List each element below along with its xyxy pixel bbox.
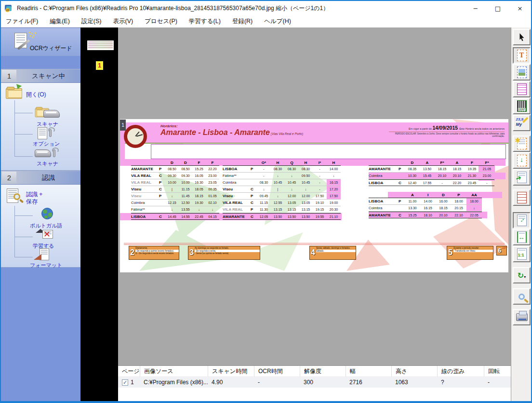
sidebar-item-scanner-2[interactable]: スキャナ (37, 160, 58, 167)
col-ocr-time[interactable]: OCR時間 (254, 366, 300, 377)
time-cell: 16.15 (420, 206, 436, 210)
time-cell: 19.10 (313, 201, 327, 204)
menu-register[interactable]: 登録(R) (232, 17, 253, 26)
time-cell: 20.10 (450, 174, 465, 177)
column-letter: F* (435, 161, 450, 165)
time-cell: 18.00 (466, 200, 482, 203)
col-width[interactable]: 幅 (346, 366, 391, 377)
menu-file[interactable]: ファイル(F) (6, 17, 38, 26)
time-cell: - (479, 181, 494, 185)
time-cell: 12.00 (299, 194, 313, 198)
time-cell: 18.15 (435, 167, 450, 171)
time-cell: ↓ (165, 194, 179, 198)
column-letter: F* (479, 161, 494, 165)
col-page[interactable]: ページ (118, 366, 140, 377)
column-letter: D (179, 161, 192, 165)
column-letter: F (206, 161, 219, 165)
time-cell: 17.50 (327, 194, 341, 198)
pc-flag: P (251, 194, 257, 198)
time-cell: 17.50 (313, 194, 327, 198)
time-cell: 19.35 (465, 167, 479, 171)
column-letter: F (465, 161, 479, 165)
timetable-row: Fátima**-↓↓09.50-↓ (223, 173, 341, 179)
image-zone-tool[interactable] (513, 64, 531, 81)
sidebar-item-format[interactable]: フォーマット (30, 262, 62, 269)
ocr-wizard-button[interactable]: OCRウィザード (1, 28, 80, 56)
section-recognize-header[interactable]: 2 認識 (1, 171, 80, 185)
menu-learn[interactable]: 学習する(L) (189, 17, 221, 26)
scanned-page[interactable]: 1Horários:Amarante - Lisboa - Amarante (… (120, 119, 508, 272)
time-cell: ↓ (299, 188, 313, 191)
time-cell: 20.30 (327, 208, 341, 211)
menu-view[interactable]: 表示(V) (113, 17, 133, 26)
time-cell: 17.20 (327, 188, 341, 191)
timetable-row: Fátima**↓13.55↓↓ (131, 206, 219, 213)
time-cell: 19.55 (313, 215, 327, 218)
timetable-row: DDFF (131, 160, 219, 166)
legend-box-5: 5Durante o período escolar.- Transbordo … (447, 246, 493, 260)
barcode-zone-tool[interactable]: 23397 (513, 98, 531, 114)
section-scan-header[interactable]: 1 スキャン中 (1, 69, 80, 83)
cell-rotation: - (484, 377, 511, 388)
col-scan-time[interactable]: スキャン時間 (208, 366, 254, 377)
legend-text: LST 02 (502, 246, 507, 255)
period-note: PERÍODO ESCOLAR: Setembro a Junho. Deve … (389, 132, 505, 137)
column-letter: H (327, 161, 341, 165)
minimize-button[interactable]: − (465, 1, 487, 15)
sidebar-item-options[interactable]: オプション (33, 140, 60, 148)
page-analysis-tool[interactable]: ✱ (513, 135, 531, 152)
col-skew[interactable]: 線の歪み (437, 366, 484, 377)
pc-flag: C (399, 181, 405, 185)
sidebar-item-scanner-1[interactable]: スキャナ (37, 121, 58, 128)
menu-process[interactable]: プロセス(P) (145, 17, 177, 26)
table-row[interactable]: ✓1 C:¥Program Files (x86)... 4.90 - 300 … (118, 377, 511, 388)
time-cell: 14.00 (420, 200, 436, 203)
col-image-source[interactable]: 画像ソース (140, 366, 208, 377)
recognize-save-button-2[interactable]: 保存 (26, 198, 38, 206)
pc-flag: P (399, 167, 405, 171)
time-cell: 22.45 (192, 215, 206, 218)
scanner-icon (43, 110, 60, 118)
time-cell: 08.35 (405, 167, 420, 171)
open-button[interactable]: 開く(O) (26, 91, 46, 99)
document-area: 1Horários:Amarante - Lisboa - Amarante (… (118, 27, 511, 403)
fit-page-button[interactable]: ↔ (513, 212, 531, 228)
maximize-button[interactable]: □ (487, 1, 509, 15)
send-zone-tool[interactable]: ➔ (513, 169, 531, 186)
time-cell: 23.45 (465, 181, 479, 185)
time-cell: - (435, 181, 450, 185)
col-resolution[interactable]: 解像度 (300, 366, 346, 377)
zone-grid-tool[interactable] (513, 189, 531, 206)
time-cell: 13.15 (271, 208, 285, 211)
timetable-row: VILA REALC11.1512.5513.0513.0519.1019.00 (223, 200, 341, 206)
sidebar-item-portuguese[interactable]: ポルトガル語 (30, 222, 62, 229)
actual-size-button[interactable]: 1:1 (513, 246, 531, 262)
time-cell: 16.05 (192, 174, 206, 177)
time-cell: 08.30 (257, 181, 271, 184)
menu-help[interactable]: ヘルプ(H) (264, 17, 291, 26)
tree-line (14, 100, 15, 156)
time-cell: 14.00 (327, 167, 341, 171)
close-button[interactable]: × (509, 1, 531, 15)
table-zone-tool[interactable] (513, 81, 531, 97)
timetable-row: Coimbra12.1512.5019.3002.10 (131, 200, 219, 206)
zoom-button[interactable] (513, 288, 531, 305)
wizard-label: OCRウィザード (30, 44, 72, 53)
insert-zone-tool[interactable]: ↓ (513, 152, 531, 169)
menu-settings[interactable]: 設定(S) (81, 17, 102, 26)
actual-size-icon: 1:1 (517, 248, 527, 260)
handwriting-zone-tool[interactable]: 23,9 My (513, 115, 531, 131)
fit-width-button[interactable]: ↔ (513, 229, 531, 245)
page-checkbox[interactable]: ✓ (122, 379, 128, 386)
rotate-button[interactable]: ↻▾ (513, 267, 531, 283)
col-rotation[interactable]: 回転 (484, 366, 511, 377)
print-button[interactable] (513, 309, 531, 325)
menu-edit[interactable]: 編集(E) (50, 17, 70, 26)
time-cell: 14.45 (165, 215, 179, 218)
text-zone-tool[interactable]: T (513, 47, 531, 64)
analyze-page-icon: ✱ (517, 138, 527, 149)
pointer-tool[interactable] (513, 29, 531, 45)
section-scan-number: 1 (2, 70, 16, 82)
page-thumbnail[interactable] (87, 40, 114, 50)
col-height[interactable]: 高さ (391, 366, 437, 377)
